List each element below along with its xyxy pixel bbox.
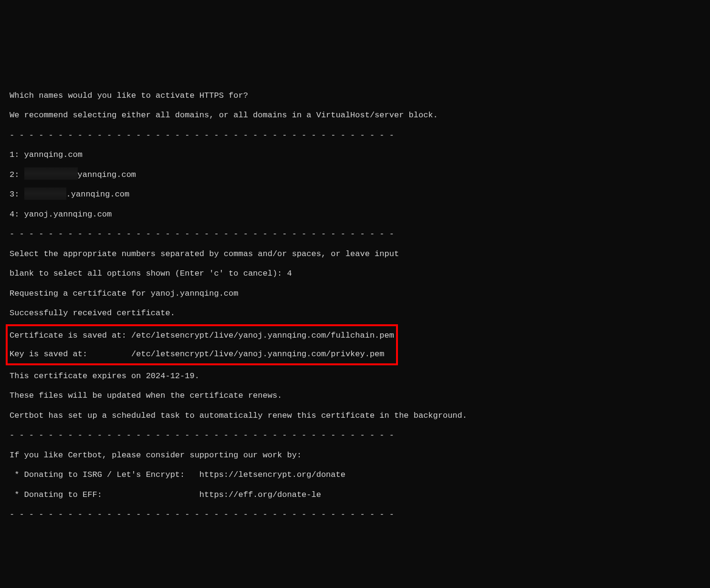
divider: - - - - - - - - - - - - - - - - - - - - … [10, 224, 700, 244]
requesting-line: Requesting a certificate for yanoj.yannq… [10, 284, 700, 303]
option-prefix: 3: [10, 190, 24, 199]
donate-isrg-line: * Donating to ISRG / Let's Encrypt: http… [10, 465, 700, 485]
update-line: These files will be updated when the cer… [10, 386, 700, 405]
option-suffix: .yannqing.com [66, 190, 130, 199]
option-prefix: 2: [10, 170, 24, 179]
domain-option-4: 4: yanoj.yannqing.com [10, 205, 700, 224]
prompt-question-2: We recommend selecting either all domain… [10, 105, 700, 125]
highlighted-paths: Certificate is saved at: /etc/letsencryp… [6, 324, 398, 365]
background-renew-line: Certbot has set up a scheduled task to a… [10, 406, 700, 425]
redacted-text [24, 167, 78, 180]
select-prompt-2[interactable]: blank to select all options shown (Enter… [10, 264, 700, 283]
domain-option-3: 3: .yannqing.com [10, 185, 700, 204]
certificate-path: Certificate is saved at: /etc/letsencryp… [10, 326, 394, 345]
redacted-text [24, 187, 66, 200]
donate-eff-line: * Donating to EFF: https://eff.org/donat… [10, 485, 700, 505]
domain-option-1: 1: yannqing.com [10, 145, 700, 165]
prompt-question-1: Which names would you like to activate H… [10, 86, 700, 105]
option-suffix: yannqing.com [78, 170, 136, 179]
expiry-line: This certificate expires on 2024-12-19. [10, 366, 700, 386]
support-line: If you like Certbot, please consider sup… [10, 445, 700, 465]
success-line: Successfully received certificate. [10, 303, 700, 323]
divider: - - - - - - - - - - - - - - - - - - - - … [10, 425, 700, 445]
divider: - - - - - - - - - - - - - - - - - - - - … [10, 125, 700, 145]
divider: - - - - - - - - - - - - - - - - - - - - … [10, 505, 700, 524]
select-prompt-1: Select the appropriate numbers separated… [10, 244, 700, 264]
key-path: Key is saved at: /etc/letsencrypt/live/y… [10, 345, 394, 363]
domain-option-2: 2: yannqing.com [10, 165, 700, 185]
